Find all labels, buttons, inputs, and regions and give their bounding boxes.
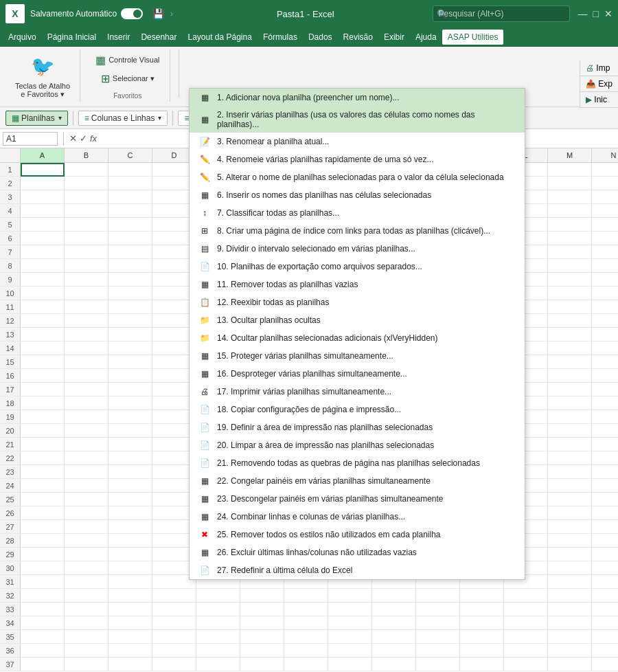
cell-B4[interactable] [65,204,108,218]
cell-N5[interactable] [592,218,618,232]
maximize-icon[interactable]: □ [593,8,599,19]
cell-K33[interactable] [460,603,504,616]
dropdown-item-23[interactable]: ▦23. Descongelar painéis em várias plani… [190,490,525,508]
cell-B6[interactable] [65,232,108,245]
cell-C31[interactable] [108,575,152,589]
cell-N8[interactable] [592,259,618,273]
cell-A22[interactable] [21,451,65,465]
cell-C15[interactable] [108,355,152,369]
cell-G36[interactable] [284,644,328,658]
cell-C35[interactable] [108,630,152,644]
cell-L34[interactable] [504,616,548,630]
cell-M31[interactable] [548,575,592,589]
cell-A36[interactable] [21,644,65,658]
cell-M2[interactable] [548,177,592,190]
close-icon[interactable]: ✕ [604,8,613,19]
cell-M9[interactable] [548,273,592,287]
cell-G34[interactable] [284,616,328,630]
cell-C28[interactable] [108,534,152,548]
cell-N35[interactable] [592,630,618,644]
cell-G37[interactable] [284,658,328,671]
cell-C4[interactable] [108,204,152,218]
cell-N34[interactable] [592,616,618,630]
cell-C1[interactable] [108,163,152,177]
menu-pagina-inicial[interactable]: Página Inicial [42,30,102,45]
cell-B33[interactable] [65,603,108,616]
cell-N31[interactable] [592,575,618,589]
cell-I33[interactable] [372,603,416,616]
cell-B17[interactable] [65,383,108,396]
dropdown-item-7[interactable]: ↕7. Classificar todas as planilhas... [190,204,525,222]
cell-C19[interactable] [108,410,152,424]
dropdown-item-27[interactable]: 📄27. Redefinir a última célula do Excel [190,561,525,579]
dropdown-item-26[interactable]: ▦26. Excluir últimas linhas/colunas não … [190,544,525,561]
cell-E36[interactable] [196,644,240,658]
cell-M13[interactable] [548,328,592,341]
cell-A26[interactable] [21,506,65,520]
cell-D32[interactable] [152,589,196,603]
cell-B10[interactable] [65,287,108,300]
cell-A20[interactable] [21,424,65,438]
cell-N2[interactable] [592,177,618,190]
cell-M6[interactable] [548,232,592,245]
cell-B14[interactable] [65,341,108,355]
cell-C3[interactable] [108,190,152,204]
cell-M23[interactable] [548,465,592,479]
cell-M3[interactable] [548,190,592,204]
cell-J34[interactable] [416,616,460,630]
cell-C13[interactable] [108,328,152,341]
menu-formulas[interactable]: Fórmulas [258,30,303,45]
cell-C7[interactable] [108,245,152,259]
cell-N25[interactable] [592,493,618,506]
cell-M8[interactable] [548,259,592,273]
cell-C30[interactable] [108,561,152,575]
cell-D34[interactable] [152,616,196,630]
formula-fx-icon[interactable]: fx [90,133,97,144]
cell-B36[interactable] [65,644,108,658]
cell-H33[interactable] [328,603,372,616]
cell-N11[interactable] [592,300,618,314]
cell-A35[interactable] [21,630,65,644]
cell-M1[interactable] [548,163,592,177]
cell-H36[interactable] [328,644,372,658]
cell-M36[interactable] [548,644,592,658]
cell-C21[interactable] [108,438,152,451]
cell-N10[interactable] [592,287,618,300]
cell-K37[interactable] [460,658,504,671]
cell-M16[interactable] [548,369,592,383]
cell-N36[interactable] [592,644,618,658]
cell-A13[interactable] [21,328,65,341]
cell-N23[interactable] [592,465,618,479]
cell-A17[interactable] [21,383,65,396]
controle-visual-btn[interactable]: ▦ Controle Visual [91,52,163,68]
dropdown-item-6[interactable]: ▦6. Inserir os nomes das planilhas nas c… [190,186,525,204]
cell-N1[interactable] [592,163,618,177]
cell-L37[interactable] [504,658,548,671]
col-header-A[interactable]: A [21,148,65,162]
cell-M10[interactable] [548,287,592,300]
cell-A28[interactable] [21,534,65,548]
cell-M4[interactable] [548,204,592,218]
cell-B19[interactable] [65,410,108,424]
cell-A24[interactable] [21,479,65,493]
cell-K32[interactable] [460,589,504,603]
cell-J33[interactable] [416,603,460,616]
cell-A2[interactable] [21,177,65,190]
cell-A21[interactable] [21,438,65,451]
cell-C32[interactable] [108,589,152,603]
cell-N7[interactable] [592,245,618,259]
cell-C9[interactable] [108,273,152,287]
cell-C12[interactable] [108,314,152,328]
cell-M11[interactable] [548,300,592,314]
cell-A1[interactable] [21,163,65,177]
dropdown-item-14[interactable]: 📁14. Ocultar planilhas selecionadas adic… [190,329,525,347]
cell-F37[interactable] [240,658,284,671]
dropdown-item-17[interactable]: 🖨17. Imprimir várias planilhas simultane… [190,383,525,401]
dropdown-item-19[interactable]: 📄19. Definir a área de impressão nas pla… [190,418,525,436]
cell-H34[interactable] [328,616,372,630]
cell-C26[interactable] [108,506,152,520]
cell-N19[interactable] [592,410,618,424]
cell-M15[interactable] [548,355,592,369]
menu-asap[interactable]: ASAP Utilities [442,30,504,45]
cell-B37[interactable] [65,658,108,671]
